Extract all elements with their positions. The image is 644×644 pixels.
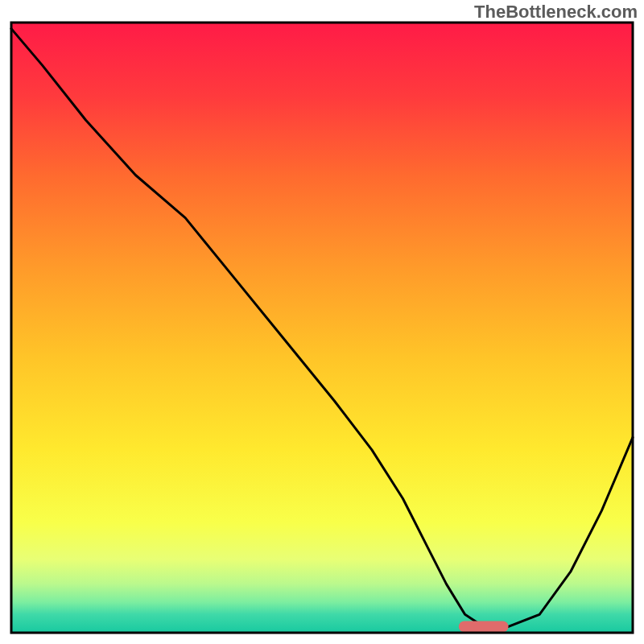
chart-background <box>11 23 633 633</box>
chart-container: TheBottleneck.com <box>0 0 644 644</box>
optimal-range-marker <box>459 621 509 632</box>
watermark-text: TheBottleneck.com <box>474 2 638 23</box>
bottleneck-chart <box>0 0 644 644</box>
